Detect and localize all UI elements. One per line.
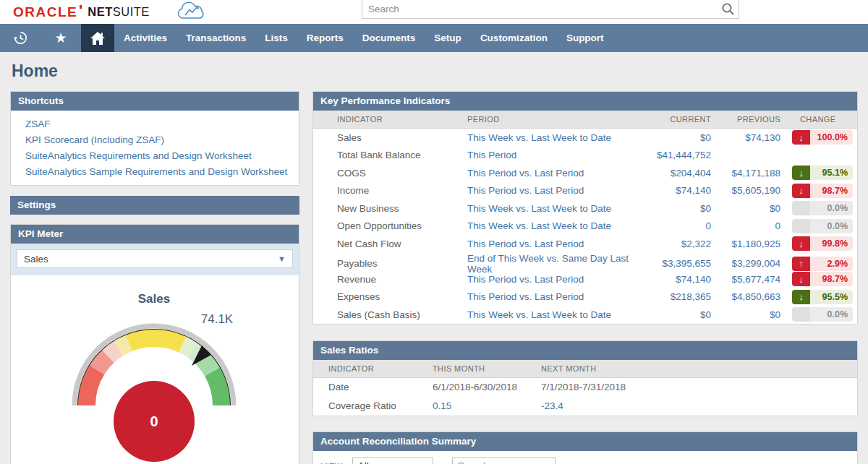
sales-ratios-portlet-header[interactable]: Sales Ratios — [313, 341, 857, 360]
col-period: PERIOD — [467, 115, 646, 124]
oracle-logo: ORACLE — [13, 4, 77, 20]
col-change: CHANGE — [780, 115, 857, 124]
shortcut-link-zsaf[interactable]: ZSAF — [11, 116, 299, 132]
shortcuts-star-icon[interactable]: ★ — [41, 24, 81, 52]
kpi-row-cogs: COGS This Period vs. Last Period $204,40… — [313, 164, 857, 182]
chevron-down-icon: ▼ — [278, 254, 286, 263]
view-select[interactable]: All ▼ — [352, 457, 433, 464]
arrow-icon — [799, 291, 804, 302]
account-reconciliation-portlet-header[interactable]: Account Reconciliation Summary — [313, 432, 857, 451]
nav-item-reports[interactable]: Reports — [297, 24, 353, 52]
home-tab-active[interactable] — [81, 24, 114, 52]
shortcut-link-suiteanalytics-sample[interactable]: SuiteAnalytics Sample Requirements and D… — [11, 163, 299, 179]
global-search-input[interactable] — [362, 0, 739, 19]
nav-item-lists[interactable]: Lists — [255, 24, 297, 52]
kpi-row-sales-cash-basis: Sales (Cash Basis) This Week vs. Last We… — [313, 306, 857, 324]
sales-ratios-row-coverage: Coverage Ratio 0.15 -23.4 — [313, 397, 857, 416]
nav-item-activities[interactable]: Activities — [114, 24, 176, 52]
kpi-meter-portlet-header[interactable]: KPI Meter — [11, 225, 299, 244]
sales-ratios-table-header: INDICATOR THIS MONTH NEXT MONTH — [313, 360, 857, 378]
reconciliation-search-input[interactable] — [452, 457, 556, 464]
nav-item-transactions[interactable]: Transactions — [176, 24, 255, 52]
kpi-row-payables: Payables End of This Week vs. Same Day L… — [313, 253, 857, 271]
kpi-table-header: INDICATOR PERIOD CURRENT PREVIOUS CHANGE — [313, 111, 857, 129]
change-badge: 0.0% — [792, 201, 853, 215]
brand: ORACLE NETSUITE — [0, 0, 208, 24]
gauge-needle-label: 74.1K — [201, 312, 234, 326]
change-badge: 100.0% — [792, 130, 853, 145]
recent-records-icon[interactable] — [0, 24, 41, 52]
change-badge: 99.8% — [792, 236, 853, 251]
kpi-row-net-cash-flow: Net Cash Flow This Period vs. Last Perio… — [313, 235, 857, 253]
arrow-icon — [799, 274, 804, 285]
kpi-meter-select[interactable]: Sales ▼ — [17, 249, 293, 268]
kpi-row-sales: Sales This Week vs. Last Week to Date $0… — [313, 129, 857, 147]
col-previous: PREVIOUS — [711, 115, 780, 124]
change-badge: 95.1% — [792, 166, 853, 180]
netsuite-cloud-icon[interactable] — [174, 0, 208, 24]
shortcut-link-suiteanalytics-req[interactable]: SuiteAnalytics Requirements and Design W… — [11, 147, 299, 163]
arrow-icon — [799, 239, 804, 249]
nav-item-setup[interactable]: Setup — [425, 24, 471, 52]
col-indicator: INDICATOR — [337, 115, 467, 124]
main-nav: ★ Activities Transactions Lists Reports … — [0, 24, 868, 52]
change-badge: 95.5% — [792, 290, 853, 304]
page-title: Home — [12, 61, 858, 81]
shortcuts-portlet-header[interactable]: Shortcuts — [11, 92, 299, 111]
arrow-icon — [799, 168, 804, 179]
kpi-meter-portlet: KPI Meter Sales ▼ Sales 74.1K — [10, 224, 299, 464]
nav-item-customization[interactable]: Customization — [471, 24, 557, 52]
global-search — [362, 0, 739, 19]
change-badge: 98.7% — [792, 184, 853, 198]
arrow-icon — [799, 185, 804, 196]
account-reconciliation-portlet: Account Reconciliation Summary VIEW All … — [312, 431, 858, 464]
sales-ratios-row-date: Date 6/1/2018-6/30/2018 7/1/2018-7/31/20… — [313, 378, 857, 397]
gauge-title: Sales — [138, 292, 170, 306]
sales-ratios-portlet: Sales Ratios INDICATOR THIS MONTH NEXT M… — [312, 340, 858, 416]
kpi-row-total-bank-balance: Total Bank Balance This Period $41,444,7… — [313, 147, 857, 165]
kpi-row-new-business: New Business This Week vs. Last Week to … — [313, 199, 857, 218]
kpi-meter-select-value: Sales — [24, 254, 48, 265]
change-badge: 0.0% — [792, 307, 853, 322]
kpi-row-income: Income This Period vs. Last Period $74,1… — [313, 182, 857, 200]
gauge-center-value: 0 — [150, 413, 158, 429]
settings-portlet: Settings — [10, 196, 299, 215]
netsuite-logo: NETSUITE — [88, 5, 150, 19]
shortcut-link-kpi-scorecard[interactable]: KPI Scorecard (Including ZSAF) — [11, 132, 299, 147]
oracle-trademark-mark — [80, 5, 82, 9]
nav-item-documents[interactable]: Documents — [353, 24, 425, 52]
view-select-value: All — [358, 460, 369, 464]
view-label: VIEW — [321, 462, 343, 464]
nav-item-support[interactable]: Support — [557, 24, 613, 52]
kpi-row-open-opportunities: Open Opportunities This Week vs. Last We… — [313, 218, 857, 236]
top-bar: ORACLE NETSUITE — [0, 0, 868, 24]
search-icon[interactable] — [721, 2, 735, 18]
shortcuts-portlet: Shortcuts ZSAF KPI Scorecard (Including … — [10, 91, 299, 186]
change-badge: 98.7% — [792, 272, 853, 286]
change-badge: 2.9% — [792, 257, 853, 271]
settings-portlet-header[interactable]: Settings — [10, 196, 299, 215]
kpi-row-expenses: Expenses This Period vs. Last Period $21… — [313, 288, 857, 306]
col-current: CURRENT — [646, 115, 711, 124]
change-badge: 0.0% — [792, 219, 853, 233]
kpi-portlet-header[interactable]: Key Performance Indicators — [313, 92, 857, 111]
arrow-icon — [799, 132, 804, 143]
kpi-gauge-chart: Sales 74.1K — [11, 275, 299, 464]
home-icon — [90, 31, 106, 46]
arrow-icon — [799, 258, 804, 269]
kpi-portlet: Key Performance Indicators INDICATOR PER… — [312, 91, 858, 325]
